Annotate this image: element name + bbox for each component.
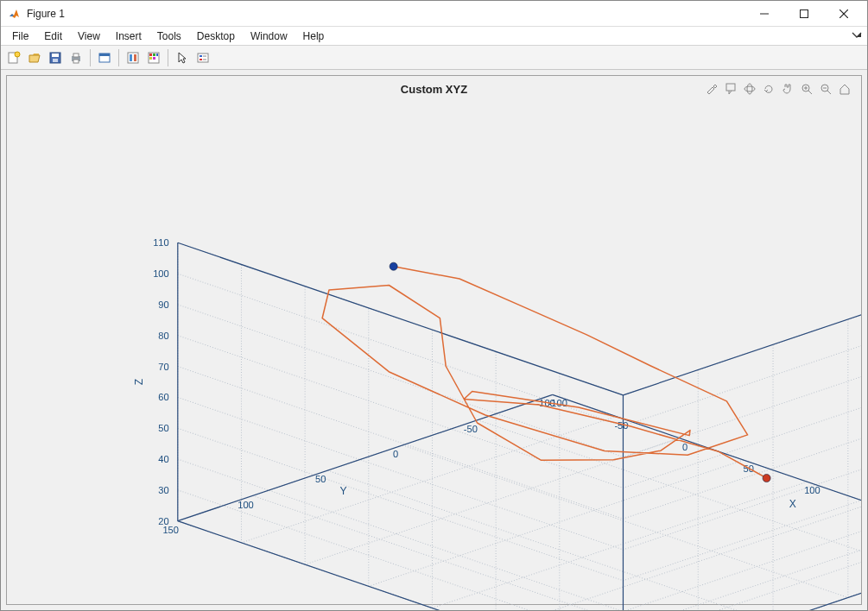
window-buttons	[744, 1, 864, 27]
colorbar-icon[interactable]	[144, 48, 163, 67]
svg-rect-7	[52, 54, 59, 57]
svg-line-80	[178, 397, 624, 550]
svg-line-49	[327, 470, 773, 610]
svg-line-50	[253, 495, 699, 610]
svg-line-83	[178, 305, 624, 457]
svg-line-41	[369, 460, 744, 586]
svg-text:20: 20	[158, 516, 168, 526]
svg-line-87	[623, 547, 860, 611]
svg-text:100: 100	[153, 268, 169, 279]
svg-text:80: 80	[158, 331, 168, 341]
toolbar-separator	[118, 49, 119, 66]
svg-text:40: 40	[158, 454, 168, 464]
svg-rect-19	[153, 54, 155, 56]
svg-line-43	[496, 503, 861, 610]
svg-line-42	[432, 482, 807, 608]
end-point	[390, 262, 397, 270]
svg-line-66	[623, 299, 860, 425]
figure-area: Custom XYZ -100-50050100150200250-100-50…	[1, 70, 867, 610]
menu-insert[interactable]: Insert	[108, 28, 149, 44]
menu-file[interactable]: File	[4, 28, 36, 44]
svg-line-94	[178, 243, 624, 395]
maximize-button[interactable]	[784, 1, 824, 27]
svg-rect-16	[134, 54, 136, 61]
titlebar: Figure 1	[1, 1, 867, 27]
svg-line-39	[241, 417, 616, 543]
svg-text:0: 0	[682, 442, 687, 452]
svg-rect-14	[128, 53, 138, 63]
data-cursor-icon[interactable]	[124, 48, 143, 67]
svg-line-64	[623, 362, 860, 488]
svg-line-65	[623, 331, 860, 457]
menu-edit[interactable]: Edit	[36, 28, 70, 44]
svg-line-82	[178, 336, 624, 488]
svg-text:0: 0	[393, 449, 398, 459]
svg-line-58	[623, 547, 860, 611]
svg-line-63	[623, 393, 860, 519]
svg-line-44	[560, 526, 861, 611]
svg-text:60: 60	[158, 392, 168, 402]
svg-rect-22	[153, 57, 155, 60]
dock-icon[interactable]	[852, 29, 862, 42]
svg-rect-23	[198, 54, 208, 62]
svg-line-78	[178, 459, 624, 611]
menu-view[interactable]: View	[70, 28, 108, 44]
menu-tools[interactable]: Tools	[149, 28, 189, 44]
svg-line-47	[478, 420, 861, 573]
svg-rect-11	[73, 60, 79, 63]
svg-text:50: 50	[315, 474, 326, 484]
svg-rect-20	[156, 54, 158, 56]
svg-text:Y: Y	[339, 485, 346, 497]
svg-line-81	[178, 367, 624, 520]
plot-frame: Custom XYZ -100-50050100150200250-100-50…	[6, 75, 862, 605]
svg-rect-21	[149, 57, 152, 60]
insert-legend-icon[interactable]	[193, 48, 212, 67]
svg-line-67	[623, 269, 860, 395]
matlab-app-icon	[8, 7, 22, 21]
svg-text:100: 100	[804, 485, 820, 495]
menu-window[interactable]: Window	[243, 28, 295, 44]
menu-help[interactable]: Help	[295, 28, 333, 44]
print-icon[interactable]	[67, 48, 86, 67]
svg-rect-13	[99, 54, 110, 56]
minimize-button[interactable]	[744, 1, 784, 27]
svg-line-45	[623, 547, 860, 611]
pointer-icon[interactable]	[173, 48, 192, 67]
svg-line-89	[178, 394, 553, 520]
svg-line-48	[402, 445, 848, 598]
menu-desktop[interactable]: Desktop	[189, 28, 243, 44]
trajectory-line	[322, 267, 766, 478]
svg-rect-8	[53, 59, 58, 62]
svg-text:Z: Z	[133, 378, 145, 385]
svg-point-5	[15, 52, 20, 57]
svg-text:X: X	[789, 498, 796, 510]
window-title: Figure 1	[27, 8, 744, 20]
svg-rect-1	[801, 9, 808, 17]
svg-line-59	[623, 516, 860, 610]
svg-line-93	[623, 269, 860, 395]
svg-text:110: 110	[153, 237, 169, 248]
start-point	[763, 474, 770, 482]
svg-rect-10	[73, 54, 79, 57]
new-figure-icon[interactable]	[4, 48, 23, 67]
desktop-layout-icon[interactable]	[95, 48, 114, 67]
svg-text:70: 70	[158, 362, 168, 372]
svg-text:50: 50	[158, 423, 168, 433]
toolbar-separator	[168, 49, 168, 66]
svg-line-62	[623, 424, 860, 550]
axes-3d[interactable]: -100-50050100150200250-100-5005010015020…	[7, 76, 861, 611]
svg-rect-18	[149, 54, 152, 56]
svg-text:30: 30	[158, 485, 168, 495]
open-icon[interactable]	[25, 48, 44, 67]
save-icon[interactable]	[46, 48, 65, 67]
menubar: File Edit View Insert Tools Desktop Wind…	[1, 27, 867, 46]
toolbar-separator	[90, 49, 91, 66]
close-button[interactable]	[824, 1, 864, 27]
svg-text:-50: -50	[464, 424, 478, 434]
svg-rect-15	[130, 54, 132, 61]
svg-text:90: 90	[158, 299, 168, 310]
svg-text:100: 100	[238, 500, 254, 510]
toolbar	[1, 46, 867, 70]
